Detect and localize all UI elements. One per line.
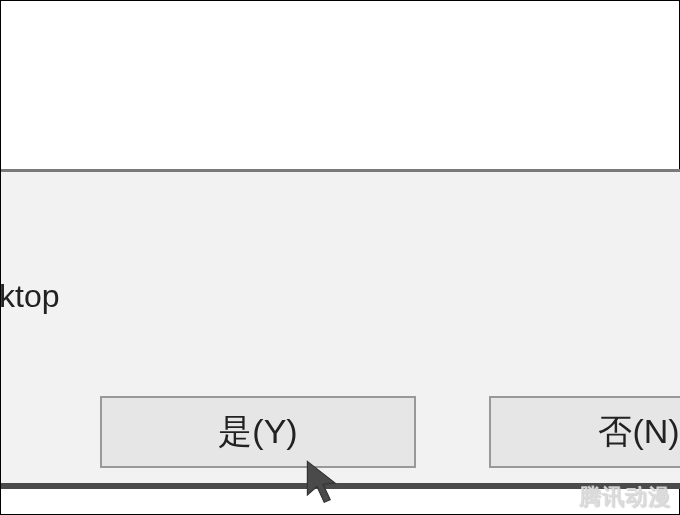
- cursor-icon: [303, 459, 343, 507]
- dialog-message: ktop: [0, 278, 59, 315]
- yes-button-label: 是(Y): [218, 409, 297, 455]
- yes-button[interactable]: 是(Y): [100, 396, 416, 468]
- no-button-label: 否(N): [598, 409, 679, 455]
- window-frame: ktop 是(Y) 否(N) 腾讯动漫: [0, 0, 680, 515]
- dialog-panel: ktop 是(Y) 否(N): [1, 169, 680, 489]
- no-button[interactable]: 否(N): [489, 396, 680, 468]
- watermark-text: 腾讯动漫: [579, 482, 671, 512]
